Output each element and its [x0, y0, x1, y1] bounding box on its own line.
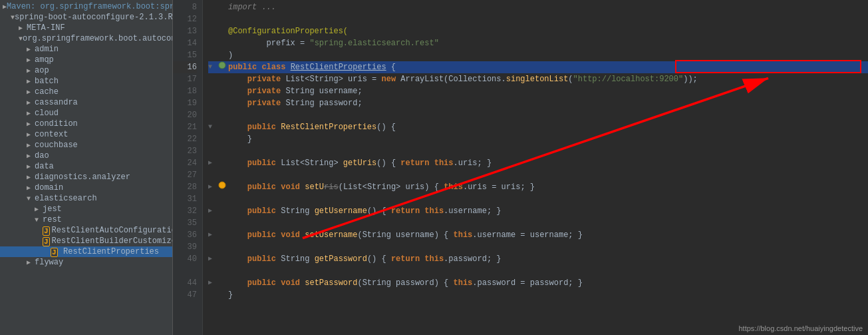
meta-inf-label: META-INF: [27, 23, 65, 33]
code-line: private String username;: [208, 85, 868, 97]
java-file-icon: [51, 248, 61, 256]
org-pkg-item[interactable]: org.springframework.boot.autoconfigure: [0, 33, 172, 44]
file-rest-client-properties[interactable]: RestClientProperties: [0, 246, 172, 257]
code-line: prefix = "spring.elasticsearch.rest": [208, 37, 868, 49]
code-line: [208, 169, 868, 181]
line-num: 44: [173, 277, 197, 289]
jar-root-label: spring-boot-autoconfigure-2.1.3.RELEASE.…: [15, 13, 173, 22]
fold-icon[interactable]: [208, 61, 216, 73]
line-num: 32: [173, 205, 197, 217]
line-num: [173, 265, 197, 277]
code-text: public class RestClientProperties {: [228, 61, 396, 73]
fold-icon[interactable]: [208, 121, 216, 133]
code-area[interactable]: import ... @ConfigurationProperties( pre…: [203, 0, 868, 335]
line-num: 13: [173, 25, 197, 37]
code-line: }: [208, 289, 868, 301]
folder-label: diagnostics.analyzer: [35, 172, 130, 182]
code-line: @ConfigurationProperties(: [208, 25, 868, 37]
folder-amqp[interactable]: amqp: [0, 55, 172, 65]
code-line-highlighted: public class RestClientProperties {: [208, 61, 868, 73]
jar-root-item[interactable]: spring-boot-autoconfigure-2.1.3.RELEASE.…: [0, 12, 172, 23]
folder-diagnostics[interactable]: diagnostics.analyzer: [0, 172, 172, 182]
folder-label: jest: [43, 204, 62, 214]
code-line: }: [208, 133, 868, 145]
gutter-icon: [217, 180, 227, 194]
folder-condition[interactable]: condition: [0, 119, 172, 129]
line-num: 8: [173, 1, 197, 13]
folder-cache[interactable]: cache: [0, 87, 172, 97]
folder-label: cloud: [35, 109, 59, 118]
folder-couchbase[interactable]: couchbase: [0, 140, 172, 151]
maven-root-item[interactable]: Maven: org.springframework.boot:spring-b…: [0, 1, 172, 12]
fold-icon[interactable]: [208, 277, 216, 289]
fold-icon[interactable]: [208, 253, 216, 265]
line-num: 22: [173, 133, 197, 145]
line-num: 36: [173, 229, 197, 241]
line-num: 17: [173, 73, 197, 85]
file-rest-builder-customizer[interactable]: RestClientBuilderCustomizer: [0, 236, 172, 246]
meta-inf-item[interactable]: META-INF: [0, 23, 172, 33]
folder-cassandra[interactable]: cassandra: [0, 97, 172, 108]
folder-aop[interactable]: aop: [0, 65, 172, 76]
code-line: public String getUsername() { return thi…: [208, 205, 868, 217]
code-text: public void setUsername(String username)…: [228, 229, 583, 241]
code-text: private List<String> uris = new ArrayLis…: [228, 73, 698, 85]
java-file-icon: [43, 237, 50, 245]
folder-jest[interactable]: jest: [0, 204, 172, 214]
code-text: import ...: [228, 1, 276, 13]
code-text: public void setPassword(String password)…: [228, 277, 583, 289]
code-text: }: [228, 133, 252, 145]
line-num: 47: [173, 289, 197, 301]
folder-rest[interactable]: rest: [0, 214, 172, 225]
code-text: private String username;: [228, 85, 362, 97]
folder-label: admin: [35, 45, 59, 54]
file-label: RestClientProperties: [63, 247, 159, 256]
folder-label: flyway: [35, 258, 63, 267]
folder-label: batch: [35, 77, 59, 86]
line-num: 35: [173, 217, 197, 229]
arrow-icon: [27, 109, 35, 117]
arrow-icon: [27, 131, 35, 139]
folder-dao[interactable]: dao: [0, 151, 172, 161]
code-line: public void setUsername(String username)…: [208, 229, 868, 241]
fold-icon[interactable]: [208, 229, 216, 241]
folder-batch[interactable]: batch: [0, 76, 172, 87]
file-rest-auto-config[interactable]: RestClientAutoConfiguration: [0, 225, 172, 236]
folder-admin[interactable]: admin: [0, 44, 172, 55]
org-pkg-label: org.springframework.boot.autoconfigure: [23, 34, 173, 43]
code-text: public String getPassword() { return thi…: [228, 253, 502, 265]
arrow-icon: [27, 184, 35, 192]
arrow-icon: [27, 120, 35, 128]
folder-elasticsearch[interactable]: elasticsearch: [0, 193, 172, 204]
code-text: ): [228, 49, 233, 61]
fold-icon[interactable]: [208, 157, 216, 169]
line-num: 28: [173, 181, 197, 193]
fold-icon[interactable]: [208, 205, 216, 217]
arrow-icon: [35, 205, 43, 213]
file-tree: Maven: org.springframework.boot:spring-b…: [0, 0, 173, 335]
watermark: https://blog.csdn.net/huaiyingdetective: [738, 324, 863, 332]
arrow-icon: [27, 45, 35, 53]
folder-context[interactable]: context: [0, 129, 172, 140]
line-num: 21: [173, 121, 197, 133]
folder-label: data: [35, 162, 54, 171]
code-line: [208, 109, 868, 121]
code-line: ): [208, 49, 868, 61]
code-line: public void setPassword(String password)…: [208, 277, 868, 289]
code-text: @ConfigurationProperties(: [228, 25, 348, 37]
arrow-icon: [27, 152, 35, 160]
folder-domain[interactable]: domain: [0, 182, 172, 193]
folder-cloud[interactable]: cloud: [0, 108, 172, 119]
folder-label: aop: [35, 66, 49, 75]
line-num: 15: [173, 49, 197, 61]
folder-data[interactable]: data: [0, 161, 172, 172]
folder-label: rest: [43, 215, 62, 224]
line-num: 19: [173, 97, 197, 109]
code-text: private String password;: [228, 97, 362, 109]
folder-flyway[interactable]: flyway: [0, 257, 172, 268]
code-line: public List<String> getUris() { return t…: [208, 157, 868, 169]
folder-label: domain: [35, 183, 63, 192]
arrow-icon: [19, 24, 27, 32]
fold-icon[interactable]: [208, 181, 216, 193]
folder-label: elasticsearch: [35, 194, 97, 203]
